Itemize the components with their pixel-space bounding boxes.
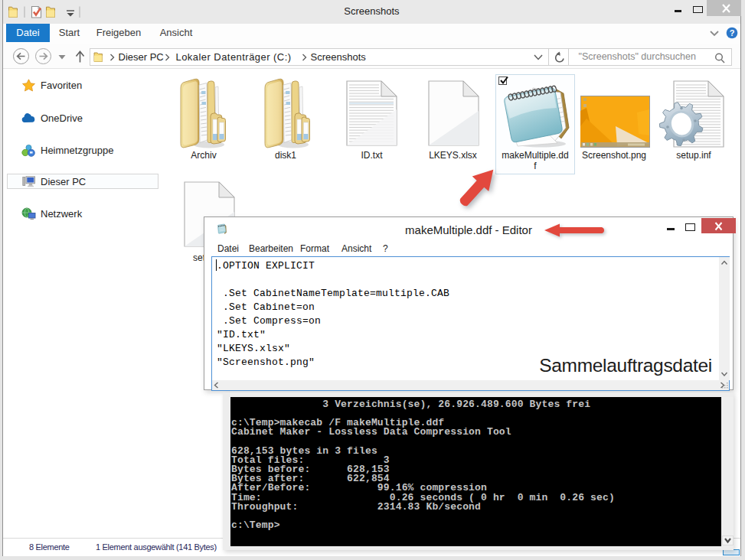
svg-text:?: ? (730, 28, 735, 37)
